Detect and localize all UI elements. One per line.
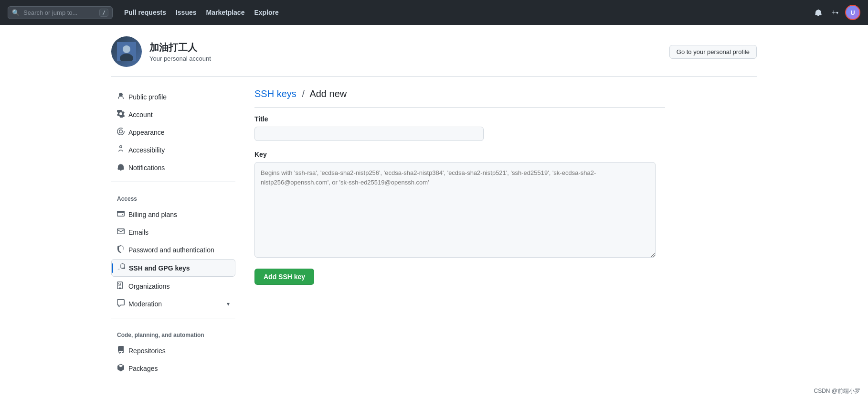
breadcrumb: SSH keys / Add new <box>254 88 665 108</box>
sidebar-item-packages[interactable]: Packages <box>111 360 235 377</box>
key-label: Key <box>254 151 665 158</box>
search-icon: 🔍 <box>12 9 20 16</box>
sidebar-item-ssh-gpg[interactable]: SSH and GPG keys <box>111 259 235 277</box>
user-name: 加油打工人 <box>149 41 211 54</box>
code-section-label: Code, planning, and automation <box>111 324 235 342</box>
sidebar-label: Organizations <box>128 282 169 290</box>
search-placeholder: Search or jump to... <box>23 9 77 16</box>
user-subtitle: Your personal account <box>149 55 211 62</box>
search-shortcut: / <box>99 9 108 17</box>
mail-icon <box>117 228 125 237</box>
key-form-group: Key <box>254 151 665 259</box>
sidebar-label: Repositories <box>128 347 166 355</box>
breadcrumb-link[interactable]: SSH keys <box>254 88 296 99</box>
notification-button[interactable] <box>812 7 825 18</box>
chevron-down-icon: ▾ <box>227 301 230 307</box>
repo-icon <box>117 346 125 355</box>
sidebar-label: Password and authentication <box>128 246 214 254</box>
search-bar[interactable]: 🔍 Search or jump to... / <box>8 6 113 19</box>
add-ssh-key-button[interactable]: Add SSH key <box>254 269 314 285</box>
sidebar-item-organizations[interactable]: Organizations <box>111 278 235 294</box>
sidebar-label: Packages <box>128 365 158 372</box>
sidebar-divider-2 <box>111 318 235 318</box>
organization-icon <box>117 282 125 291</box>
moderation-icon <box>117 299 125 308</box>
sidebar-label: SSH and GPG keys <box>129 264 190 272</box>
appearance-icon <box>117 128 125 137</box>
title-input[interactable] <box>254 127 484 141</box>
nav-issues[interactable]: Issues <box>172 6 201 19</box>
sidebar-item-emails[interactable]: Emails <box>111 224 235 240</box>
plus-button[interactable]: + ▾ <box>829 6 841 19</box>
top-navigation: 🔍 Search or jump to... / Pull requests I… <box>0 0 868 25</box>
main-layout: Public profile Account Appearance Access… <box>111 88 757 378</box>
sidebar-item-moderation[interactable]: Moderation ▾ <box>111 295 235 312</box>
sidebar-label: Accessibility <box>128 146 165 154</box>
title-label: Title <box>254 115 665 123</box>
sidebar-label: Emails <box>128 228 148 236</box>
user-header-left: 加油打工人 Your personal account <box>111 36 211 67</box>
content-area: SSH keys / Add new Title Key Add SSH key <box>254 88 665 378</box>
sidebar-item-public-profile[interactable]: Public profile <box>111 88 235 105</box>
avatar-icon: U <box>850 9 855 16</box>
sidebar-label: Public profile <box>128 93 167 101</box>
nav-pull-requests[interactable]: Pull requests <box>120 6 170 19</box>
sidebar-item-appearance[interactable]: Appearance <box>111 124 235 141</box>
goto-profile-button[interactable]: Go to your personal profile <box>669 45 757 59</box>
sidebar-item-notifications[interactable]: Notifications <box>111 159 235 176</box>
credit-card-icon <box>117 210 125 219</box>
sidebar-divider-1 <box>111 182 235 182</box>
user-avatar-nav[interactable]: U <box>845 5 860 20</box>
user-avatar <box>111 36 142 67</box>
shield-icon <box>117 245 125 254</box>
accessibility-icon <box>117 145 125 154</box>
nav-links: Pull requests Issues Marketplace Explore <box>120 6 804 19</box>
sidebar-item-billing[interactable]: Billing and plans <box>111 206 235 223</box>
user-header: 加油打工人 Your personal account Go to your p… <box>111 25 757 77</box>
nav-explore[interactable]: Explore <box>250 6 282 19</box>
svg-point-1 <box>123 45 130 53</box>
nav-actions: + ▾ U <box>812 5 860 20</box>
sidebar-item-password-auth[interactable]: Password and authentication <box>111 241 235 258</box>
sidebar-label: Account <box>128 111 153 119</box>
sidebar-label: Appearance <box>128 129 165 136</box>
access-section-label: Access <box>111 188 235 206</box>
person-icon <box>117 92 125 101</box>
gear-icon <box>117 110 125 119</box>
sidebar-label: Billing and plans <box>128 211 177 218</box>
sidebar-item-account[interactable]: Account <box>111 106 235 123</box>
package-icon <box>117 364 125 373</box>
bell-icon <box>117 163 125 172</box>
key-textarea[interactable] <box>254 162 656 258</box>
sidebar-label: Notifications <box>128 164 165 172</box>
breadcrumb-current: Add new <box>309 88 347 99</box>
sidebar-label: Moderation <box>128 300 162 308</box>
title-form-group: Title <box>254 115 665 141</box>
user-info: 加油打工人 Your personal account <box>149 41 211 62</box>
breadcrumb-separator: / <box>302 88 305 99</box>
sidebar: Public profile Account Appearance Access… <box>111 88 235 378</box>
page-container: 加油打工人 Your personal account Go to your p… <box>100 25 768 378</box>
sidebar-item-accessibility[interactable]: Accessibility <box>111 141 235 158</box>
sidebar-item-repositories[interactable]: Repositories <box>111 342 235 359</box>
key-icon <box>117 263 125 272</box>
nav-marketplace[interactable]: Marketplace <box>202 6 249 19</box>
